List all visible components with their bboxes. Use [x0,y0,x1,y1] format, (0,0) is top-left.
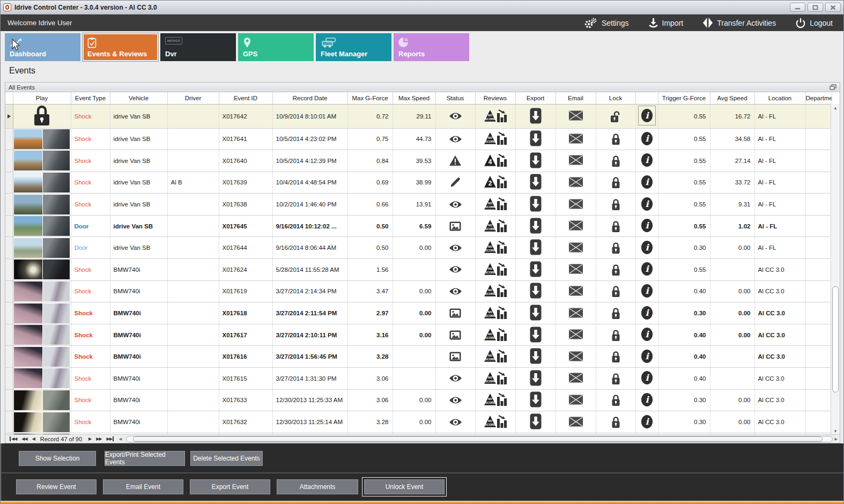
play-cell[interactable] [13,128,71,150]
reviews-cell[interactable]: NOSCORE [475,368,515,390]
col-vehicle[interactable]: Vehicle [110,92,167,104]
hscroll-left-icon[interactable]: ◀ [119,437,122,441]
close-button[interactable] [825,3,841,12]
email-cell[interactable] [556,194,596,216]
reviews-cell[interactable]: NOSCORE [475,324,515,346]
export-cell[interactable] [515,411,556,433]
hscroll-right-icon[interactable]: ▶ [835,437,838,441]
col-department[interactable]: Department [805,92,832,104]
next-page-button[interactable]: ▶▶ [96,436,101,441]
info-cell[interactable]: i [635,259,658,281]
reviews-cell[interactable]: NOSCORE [475,346,515,368]
col-record-date[interactable]: Record Date [272,92,347,104]
play-cell[interactable] [13,150,71,172]
email-cell[interactable] [556,259,596,281]
info-cell[interactable]: i [635,237,658,259]
table-row[interactable]: Shock BMW740i X017616 3/27/2014 1:56:45 … [5,346,832,368]
first-record-button[interactable]: ◀◀ [10,436,17,441]
col-max-gforce[interactable]: Max G-Force [347,92,393,104]
col-play[interactable]: Play [13,92,71,104]
info-cell[interactable]: i [635,346,658,368]
email-cell[interactable] [556,302,596,324]
vertical-scrollbar[interactable]: ▲ ▼ [831,104,840,435]
table-row[interactable]: Shock idrive Van SB Al B X017639 10/4/20… [5,172,832,194]
info-cell[interactable]: i [635,280,658,302]
event-thumbnail[interactable] [14,303,70,323]
info-cell[interactable]: i [635,215,658,237]
vertical-scroll-thumb[interactable] [832,286,839,392]
event-thumbnail[interactable] [14,216,70,236]
tile-gps[interactable]: GPS [238,33,314,61]
horizontal-scrollbar[interactable] [126,436,832,442]
lock-cell[interactable] [596,194,635,216]
play-cell[interactable] [13,259,71,281]
tile-dvr[interactable]: MERGE Dvr [160,33,236,61]
play-cell[interactable] [13,194,71,216]
export-cell[interactable] [515,259,556,281]
col-location[interactable]: Location [754,92,805,104]
play-cell[interactable] [13,346,71,368]
cascade-windows-icon[interactable] [830,84,836,90]
col-lock[interactable]: Lock [596,92,635,104]
review-event-button[interactable]: Review Event [16,479,97,494]
email-cell[interactable] [556,128,596,150]
export-cell[interactable] [515,324,556,346]
logout-button[interactable]: Logout [795,18,833,28]
table-row[interactable]: Door idrive Van SB X017644 9/16/2014 8:0… [5,237,832,259]
event-thumbnail[interactable] [14,412,70,432]
play-cell[interactable] [13,172,71,194]
col-event-type[interactable]: Event Type [71,92,110,104]
reviews-cell[interactable]: NOSCORE [475,128,515,150]
next-record-button[interactable]: ▶ [88,436,91,441]
info-cell[interactable]: i [635,368,658,390]
event-thumbnail[interactable] [14,173,70,192]
event-thumbnail[interactable] [14,368,70,388]
lock-cell[interactable] [596,389,635,411]
play-cell[interactable] [13,215,71,237]
col-status[interactable]: Status [435,92,475,104]
lock-cell[interactable] [596,324,635,346]
unlock-event-button[interactable]: Unlock Event [364,479,445,494]
play-cell[interactable] [13,237,71,259]
event-thumbnail[interactable] [14,151,70,171]
info-cell[interactable]: i [635,194,658,216]
email-cell[interactable] [556,104,596,128]
reviews-cell[interactable]: NOSCORE [475,194,515,216]
info-cell[interactable]: i [635,411,658,433]
table-row[interactable]: Shock BMW740i X017624 5/28/2014 11:55:28… [5,259,832,281]
lock-cell[interactable] [596,215,635,237]
table-row[interactable]: Shock BMW740i X017619 3/27/2014 2:14:34 … [5,280,832,302]
reviews-cell[interactable]: 2 [475,172,515,194]
lock-cell[interactable] [596,368,635,390]
prev-record-button[interactable]: ◀ [32,436,35,441]
scroll-down-icon[interactable]: ▼ [831,429,840,434]
event-thumbnail[interactable] [14,129,70,149]
col-driver[interactable]: Driver [167,92,219,104]
table-row[interactable]: Door idrive Van SB X017645 9/16/2014 10:… [5,215,832,237]
scroll-up-icon[interactable]: ▲ [831,106,840,110]
col-event-id[interactable]: Event ID [219,92,272,104]
tile-fleet-manager[interactable]: Fleet Manager [316,33,391,61]
email-cell[interactable] [556,389,596,411]
reviews-cell[interactable]: NOSCORE [475,237,515,259]
prev-page-button[interactable]: ◀◀ [21,436,27,441]
reviews-cell[interactable]: 4 [475,150,515,172]
reviews-cell[interactable]: NOSCORE [475,280,515,302]
event-thumbnail[interactable] [14,238,70,258]
col-max-speed[interactable]: Max Speed [393,92,435,104]
email-cell[interactable] [556,172,596,194]
lock-cell[interactable] [596,280,635,302]
export-cell[interactable] [515,280,556,302]
lock-cell[interactable] [596,172,635,194]
email-cell[interactable] [556,215,596,237]
transfer-activities-button[interactable]: Transfer Activities [702,17,776,28]
info-cell[interactable]: i [635,150,658,172]
tile-reports[interactable]: Reports [394,33,469,61]
maximize-button[interactable] [808,3,823,12]
email-cell[interactable] [556,411,596,433]
export-cell[interactable] [515,368,556,390]
import-button[interactable]: Import [648,18,684,28]
export-cell[interactable] [515,302,556,324]
lock-cell[interactable] [596,346,635,368]
minimize-button[interactable] [790,3,805,12]
